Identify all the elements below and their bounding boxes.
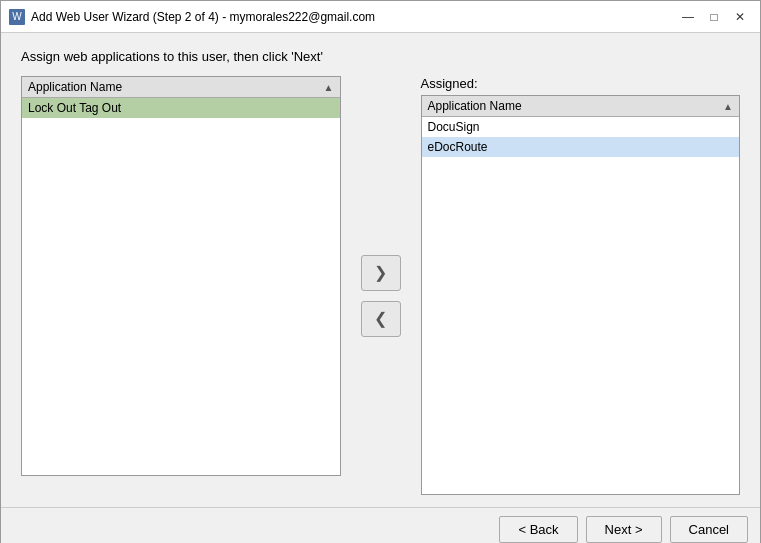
- window-title: Add Web User Wizard (Step 2 of 4) - mymo…: [31, 10, 676, 24]
- panels-row: Application Name ▲ Lock Out Tag Out ❯ ❮ …: [21, 76, 740, 495]
- assigned-list[interactable]: Application Name ▲ DocuSign eDocRoute: [421, 95, 741, 495]
- assigned-label: Assigned:: [421, 76, 741, 91]
- maximize-button[interactable]: □: [702, 7, 726, 27]
- next-button[interactable]: Next >: [586, 516, 662, 543]
- window-icon: W: [9, 9, 25, 25]
- list-item[interactable]: Lock Out Tag Out: [22, 98, 340, 118]
- assigned-list-header: Application Name ▲: [422, 96, 740, 117]
- transfer-controls: ❯ ❮: [341, 255, 421, 337]
- title-bar-controls: — □ ✕: [676, 7, 752, 27]
- sort-arrow-left: ▲: [324, 82, 334, 93]
- instruction-text: Assign web applications to this user, th…: [21, 49, 740, 64]
- sort-arrow-right: ▲: [723, 101, 733, 112]
- cancel-button[interactable]: Cancel: [670, 516, 748, 543]
- minimize-button[interactable]: —: [676, 7, 700, 27]
- assigned-panel: Assigned: Application Name ▲ DocuSign eD…: [421, 76, 741, 495]
- available-list[interactable]: Application Name ▲ Lock Out Tag Out: [21, 76, 341, 476]
- list-item[interactable]: DocuSign: [422, 117, 740, 137]
- move-left-button[interactable]: ❮: [361, 301, 401, 337]
- list-item[interactable]: eDocRoute: [422, 137, 740, 157]
- back-button[interactable]: < Back: [499, 516, 577, 543]
- title-bar: W Add Web User Wizard (Step 2 of 4) - my…: [1, 1, 760, 33]
- window: W Add Web User Wizard (Step 2 of 4) - my…: [0, 0, 761, 543]
- available-panel: Application Name ▲ Lock Out Tag Out: [21, 76, 341, 476]
- main-content: Assign web applications to this user, th…: [1, 33, 760, 507]
- close-button[interactable]: ✕: [728, 7, 752, 27]
- footer: < Back Next > Cancel: [1, 507, 760, 543]
- available-list-header: Application Name ▲: [22, 77, 340, 98]
- move-right-button[interactable]: ❯: [361, 255, 401, 291]
